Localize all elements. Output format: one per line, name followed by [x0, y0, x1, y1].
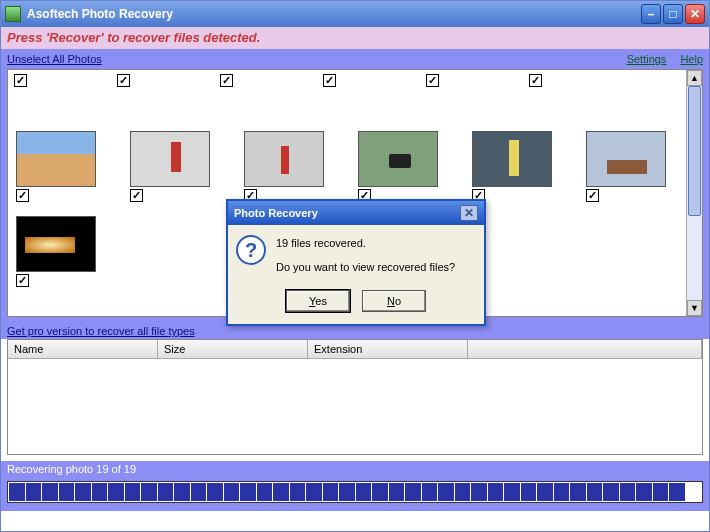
- progress-segment: [570, 483, 586, 501]
- header-checkbox[interactable]: [117, 74, 130, 87]
- progress-segment: [125, 483, 141, 501]
- progress-segment: [339, 483, 355, 501]
- scroll-track[interactable]: [687, 86, 702, 300]
- progress-bar: [7, 481, 703, 503]
- scroll-up-arrow-icon[interactable]: ▲: [687, 70, 702, 86]
- progress-segment: [356, 483, 372, 501]
- progress-segment: [620, 483, 636, 501]
- status-text: Recovering photo 19 of 19: [7, 461, 703, 477]
- header-checkbox[interactable]: [529, 74, 542, 87]
- progress-segment: [636, 483, 652, 501]
- progress-segment: [240, 483, 256, 501]
- table-header: Name Size Extension: [8, 340, 702, 359]
- photo-checkbox[interactable]: [16, 274, 29, 287]
- dialog-close-button[interactable]: ✕: [460, 205, 478, 221]
- file-table: Name Size Extension: [7, 339, 703, 455]
- photo-thumbnail[interactable]: [244, 131, 324, 187]
- question-icon: ?: [236, 235, 266, 265]
- progress-segment: [42, 483, 58, 501]
- thumbnail-cell: [130, 131, 220, 202]
- progress-segment: [207, 483, 223, 501]
- app-window: Asoftech Photo Recovery – □ ✕ Press 'Rec…: [0, 0, 710, 532]
- window-title: Asoftech Photo Recovery: [27, 7, 641, 21]
- dialog-titlebar: Photo Recovery ✕: [228, 201, 484, 225]
- progress-segment: [108, 483, 124, 501]
- column-header-size[interactable]: Size: [158, 340, 308, 358]
- progress-segment: [141, 483, 157, 501]
- app-icon: [5, 6, 21, 22]
- photo-checkbox[interactable]: [130, 189, 143, 202]
- progress-segment: [603, 483, 619, 501]
- progress-segment: [290, 483, 306, 501]
- progress-segment: [669, 483, 685, 501]
- pro-version-link[interactable]: Get pro version to recover all file type…: [7, 325, 195, 337]
- recovery-dialog: Photo Recovery ✕ ? 19 files recovered. D…: [226, 199, 486, 326]
- photo-thumbnail[interactable]: [130, 131, 210, 187]
- progress-segment: [92, 483, 108, 501]
- dialog-message: 19 files recovered. Do you want to view …: [276, 235, 455, 276]
- column-header-spacer: [468, 340, 702, 358]
- thumbnail-cell: [358, 131, 448, 202]
- progress-segment: [455, 483, 471, 501]
- column-header-name[interactable]: Name: [8, 340, 158, 358]
- settings-link[interactable]: Settings: [627, 53, 667, 65]
- progress-segment: [488, 483, 504, 501]
- progress-segment: [438, 483, 454, 501]
- unselect-all-link[interactable]: Unselect All Photos: [7, 53, 102, 65]
- scroll-down-arrow-icon[interactable]: ▼: [687, 300, 702, 316]
- dialog-title: Photo Recovery: [234, 207, 460, 219]
- progress-segment: [372, 483, 388, 501]
- progress-segment: [158, 483, 174, 501]
- titlebar: Asoftech Photo Recovery – □ ✕: [1, 1, 709, 27]
- progress-segment: [224, 483, 240, 501]
- no-button[interactable]: No: [362, 290, 426, 312]
- progress-segment: [405, 483, 421, 501]
- instruction-banner: Press 'Recover' to recover files detecte…: [1, 27, 709, 49]
- progress-segment: [306, 483, 322, 501]
- photo-thumbnail[interactable]: [16, 216, 96, 272]
- header-checkbox[interactable]: [426, 74, 439, 87]
- yes-button[interactable]: Yes: [286, 290, 350, 312]
- vertical-scrollbar[interactable]: ▲ ▼: [686, 70, 702, 316]
- close-button[interactable]: ✕: [685, 4, 705, 24]
- progress-segment: [686, 483, 702, 501]
- photo-thumbnail[interactable]: [16, 131, 96, 187]
- progress-segment: [191, 483, 207, 501]
- progress-segment: [174, 483, 190, 501]
- progress-segment: [471, 483, 487, 501]
- column-header-extension[interactable]: Extension: [308, 340, 468, 358]
- progress-segment: [59, 483, 75, 501]
- progress-segment: [521, 483, 537, 501]
- thumbnail-cell: [472, 131, 562, 202]
- photo-checkbox[interactable]: [586, 189, 599, 202]
- thumbnail-cell: [16, 216, 106, 287]
- dialog-line1: 19 files recovered.: [276, 235, 455, 253]
- photo-thumbnail[interactable]: [358, 131, 438, 187]
- maximize-button[interactable]: □: [663, 4, 683, 24]
- progress-segment: [323, 483, 339, 501]
- header-checkbox[interactable]: [323, 74, 336, 87]
- progress-segment: [9, 483, 25, 501]
- progress-segment: [26, 483, 42, 501]
- progress-segment: [422, 483, 438, 501]
- header-checkbox[interactable]: [220, 74, 233, 87]
- help-link[interactable]: Help: [680, 53, 703, 65]
- progress-segment: [554, 483, 570, 501]
- scroll-thumb[interactable]: [688, 86, 701, 216]
- progress-segment: [273, 483, 289, 501]
- thumbnail-cell: [16, 131, 106, 202]
- progress-segment: [537, 483, 553, 501]
- dialog-line2: Do you want to view recovered files?: [276, 259, 455, 277]
- thumbnail-cell: [586, 131, 676, 202]
- progress-segment: [504, 483, 520, 501]
- progress-segment: [653, 483, 669, 501]
- header-checkbox[interactable]: [14, 74, 27, 87]
- minimize-button[interactable]: –: [641, 4, 661, 24]
- photo-thumbnail[interactable]: [472, 131, 552, 187]
- link-toolbar: Unselect All Photos Settings Help: [1, 49, 709, 69]
- photo-thumbnail[interactable]: [586, 131, 666, 187]
- progress-segment: [389, 483, 405, 501]
- progress-segment: [257, 483, 273, 501]
- photo-checkbox[interactable]: [16, 189, 29, 202]
- progress-segment: [75, 483, 91, 501]
